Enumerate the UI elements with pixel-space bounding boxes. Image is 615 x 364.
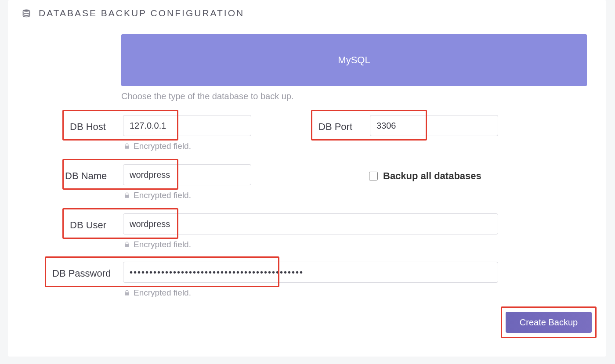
create-backup-button[interactable]: Create Backup	[506, 312, 592, 333]
lock-icon	[124, 143, 130, 150]
db-password-encrypted-hint: Encrypted field.	[124, 288, 191, 298]
config-card: DATABASE BACKUP CONFIGURATION MySQL Choo…	[8, 0, 606, 357]
backup-all-checkbox-wrap[interactable]: Backup all databases	[367, 170, 481, 182]
backup-all-label: Backup all databases	[383, 170, 481, 182]
db-name-encrypted-hint: Encrypted field.	[124, 191, 191, 200]
db-port-input[interactable]	[370, 115, 498, 136]
database-icon	[22, 8, 31, 18]
db-user-input[interactable]	[123, 213, 498, 234]
db-name-label: DB Name	[65, 170, 107, 182]
db-host-encrypted-hint: Encrypted field.	[124, 141, 191, 151]
db-host-label: DB Host	[70, 121, 106, 133]
db-host-input[interactable]	[123, 115, 251, 136]
svg-point-0	[23, 10, 30, 12]
lock-icon	[124, 289, 130, 296]
backup-all-checkbox[interactable]	[369, 172, 378, 180]
lock-icon	[124, 241, 130, 248]
db-password-input[interactable]	[123, 262, 498, 283]
lock-icon	[124, 192, 130, 199]
db-user-label: DB User	[70, 220, 106, 231]
db-type-hint: Choose the type of the database to back …	[121, 91, 294, 101]
db-password-label: DB Password	[52, 268, 111, 279]
db-type-selector[interactable]: MySQL	[121, 34, 587, 86]
card-title: DATABASE BACKUP CONFIGURATION	[39, 8, 244, 18]
db-port-label: DB Port	[318, 121, 352, 133]
card-header: DATABASE BACKUP CONFIGURATION	[22, 8, 244, 18]
db-name-input[interactable]	[123, 164, 251, 185]
db-type-selected-label: MySQL	[338, 54, 370, 66]
db-user-encrypted-hint: Encrypted field.	[124, 240, 191, 249]
